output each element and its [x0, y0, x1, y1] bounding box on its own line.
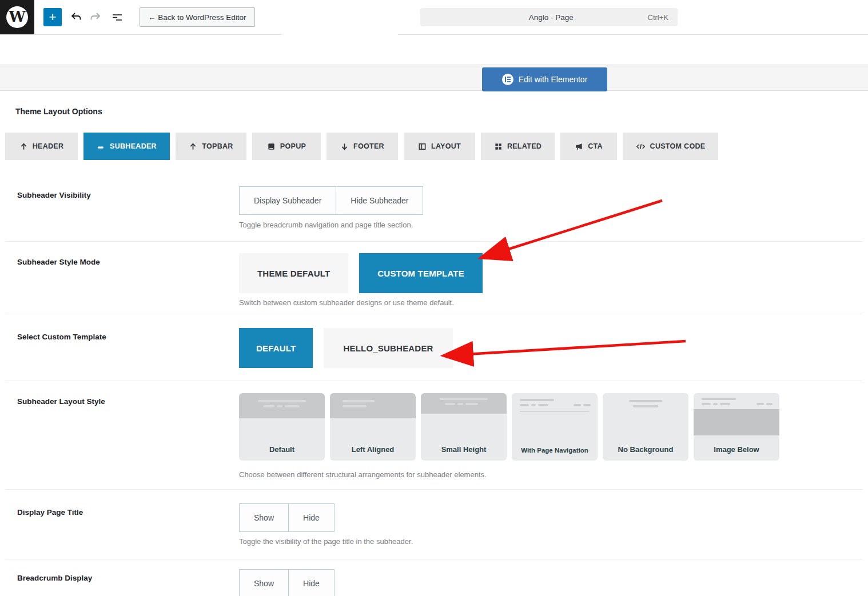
document-overview-button[interactable] — [107, 7, 127, 27]
code-icon — [636, 142, 646, 151]
add-block-button[interactable]: + — [43, 8, 62, 26]
setting-row-breadcrumb-display: Breadcrumb Display Show Hide — [5, 559, 863, 596]
tab-topbar[interactable]: TOPBAR — [176, 133, 246, 160]
tab-footer[interactable]: FOOTER — [327, 133, 398, 160]
wordpress-logo-icon: W — [6, 6, 28, 28]
setting-help-text: Choose between different structural arra… — [239, 470, 863, 479]
arrow-down-icon — [340, 142, 349, 151]
setting-row-subheader-visibility: Subheader Visibility Display Subheader H… — [5, 160, 863, 242]
undo-button[interactable] — [66, 7, 86, 27]
page-title-toggle: Show Hide — [239, 503, 335, 532]
minus-icon — [97, 142, 105, 151]
subheader-preview-block — [330, 393, 416, 418]
wordpress-logo-button[interactable]: W — [0, 0, 34, 34]
toolbar-divider — [398, 34, 868, 35]
tab-cta[interactable]: CTA — [560, 133, 617, 160]
setting-label: Subheader Style Mode — [5, 253, 239, 266]
style-mode-choices: THEME DEFAULT CUSTOM TEMPLATE — [239, 253, 863, 293]
subheader-preview-block — [421, 393, 507, 414]
document-title: Anglo · Page — [420, 13, 648, 22]
setting-help-text: Switch between custom subheader designs … — [239, 298, 863, 307]
tab-layout[interactable]: LAYOUT — [404, 133, 475, 160]
subheader-visibility-toggle: Display Subheader Hide Subheader — [239, 186, 423, 215]
setting-label: Display Page Title — [5, 503, 239, 517]
elementor-icon — [502, 74, 513, 85]
popup-icon — [267, 142, 276, 151]
template-hello-subheader-button[interactable]: HELLO_SUBHEADER — [324, 328, 452, 368]
toolbar-divider — [0, 34, 281, 35]
template-default-button[interactable]: DEFAULT — [239, 328, 313, 368]
hide-subheader-button[interactable]: Hide Subheader — [336, 187, 423, 214]
undo-icon — [70, 11, 82, 23]
breadcrumb-toggle: Show Hide — [239, 569, 335, 596]
setting-label: Subheader Layout Style — [5, 393, 239, 406]
layout-option-left-aligned[interactable]: Left Aligned — [330, 393, 416, 461]
tab-header[interactable]: HEADER — [5, 133, 78, 160]
layout-option-image-below[interactable]: Image Below — [694, 393, 779, 461]
setting-label: Breadcrumb Display — [5, 569, 239, 582]
layout-option-default[interactable]: Default — [239, 393, 325, 461]
page-title-hide-button[interactable]: Hide — [288, 504, 334, 531]
custom-template-button[interactable]: CUSTOM TEMPLATE — [359, 253, 483, 293]
subheader-preview-block — [239, 393, 325, 418]
tab-related[interactable]: RELATED — [481, 133, 555, 160]
setting-row-subheader-layout-style: Subheader Layout Style Default Left Alig… — [5, 381, 863, 490]
panel-title: Theme Layout Options — [15, 107, 868, 115]
grid-icon — [494, 142, 503, 151]
page-title-show-button[interactable]: Show — [240, 504, 288, 531]
back-to-wordpress-editor-button[interactable]: ← Back to WordPress Editor — [140, 7, 255, 27]
setting-help-text: Toggle the visibility of the page title … — [239, 537, 863, 546]
arrow-up-icon — [19, 142, 28, 151]
redo-button[interactable] — [86, 7, 105, 27]
theme-default-button[interactable]: THEME DEFAULT — [239, 253, 348, 293]
setting-row-subheader-style-mode: Subheader Style Mode THEME DEFAULT CUSTO… — [5, 242, 863, 314]
setting-help-text: Toggle breadcrumb navigation and page ti… — [239, 221, 863, 229]
keyboard-shortcut-hint: Ctrl+K — [648, 13, 678, 22]
layout-option-no-background[interactable]: No Background — [603, 393, 688, 461]
edit-with-elementor-button[interactable]: Edit with Elementor — [482, 67, 607, 91]
layout-style-options: Default Left Aligned Small Height — [239, 393, 863, 461]
layout-option-with-page-navigation[interactable]: With Page Navigation — [512, 393, 598, 461]
tab-subheader[interactable]: SUBHEADER — [83, 133, 170, 160]
setting-label: Subheader Visibility — [5, 186, 239, 199]
editor-toolbar: W + ← Back to WordPress Editor Anglo · P… — [0, 0, 868, 34]
tab-custom-code[interactable]: CUSTOM CODE — [623, 133, 718, 160]
megaphone-icon — [575, 142, 583, 151]
arrow-up-icon — [189, 142, 197, 151]
redo-icon — [89, 11, 102, 23]
layout-option-small-height[interactable]: Small Height — [421, 393, 507, 461]
command-search-bar[interactable]: Anglo · Page Ctrl+K — [420, 8, 678, 26]
display-subheader-button[interactable]: Display Subheader — [240, 187, 336, 214]
custom-template-choices: DEFAULT HELLO_SUBHEADER — [239, 328, 863, 368]
columns-icon — [418, 142, 427, 151]
setting-row-select-custom-template: Select Custom Template DEFAULT HELLO_SUB… — [5, 314, 863, 381]
list-view-icon — [110, 10, 124, 24]
setting-label: Select Custom Template — [5, 328, 239, 341]
elementor-switch-bar: Edit with Elementor — [0, 65, 868, 91]
layout-options-tabs: HEADER SUBHEADER TOPBAR POPUP FOOTER LAY… — [5, 133, 863, 160]
breadcrumb-hide-button[interactable]: Hide — [288, 570, 334, 596]
setting-row-display-page-title: Display Page Title Show Hide Toggle the … — [5, 490, 863, 559]
tab-popup[interactable]: POPUP — [252, 133, 321, 160]
breadcrumb-show-button[interactable]: Show — [240, 570, 288, 596]
image-band — [694, 409, 779, 435]
